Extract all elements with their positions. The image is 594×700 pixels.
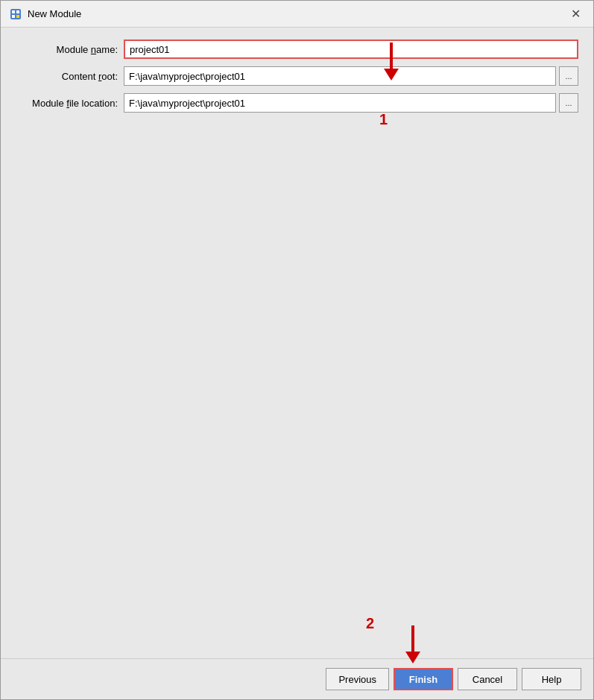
module-name-input[interactable]: [124, 40, 578, 59]
module-icon: [10, 8, 22, 20]
svg-rect-2: [16, 10, 19, 13]
dialog-content: Module name: Content root: ... Module fi…: [1, 28, 593, 658]
module-name-row: Module name:: [16, 40, 578, 59]
dialog-title: New Module: [28, 8, 81, 19]
content-root-input[interactable]: [124, 66, 556, 86]
svg-rect-4: [16, 15, 19, 18]
finish-button[interactable]: Finish: [394, 668, 453, 690]
previous-button[interactable]: Previous: [326, 668, 389, 690]
module-file-location-label: Module file location:: [16, 98, 124, 109]
module-file-location-browse-button[interactable]: ...: [559, 93, 578, 113]
svg-rect-3: [12, 15, 15, 18]
title-bar-left: New Module: [10, 8, 81, 20]
new-module-dialog: New Module ✕ Module name: Content root: …: [0, 0, 594, 700]
close-button[interactable]: ✕: [566, 5, 584, 23]
content-root-browse-button[interactable]: ...: [559, 66, 578, 86]
content-spacer: [16, 120, 578, 646]
cancel-button[interactable]: Cancel: [458, 668, 517, 690]
content-root-label: Content root:: [16, 71, 124, 82]
module-file-location-row: Module file location: ...: [16, 93, 578, 113]
module-file-location-field-wrapper: ...: [124, 93, 578, 113]
module-file-location-input[interactable]: [124, 93, 556, 113]
content-root-row: Content root: ...: [16, 66, 578, 86]
content-root-field-wrapper: ...: [124, 66, 578, 86]
title-bar: New Module ✕: [1, 1, 593, 28]
help-button[interactable]: Help: [522, 668, 581, 690]
dialog-footer: Previous Finish Cancel Help: [1, 658, 593, 699]
module-name-label: Module name:: [16, 44, 124, 55]
svg-rect-1: [12, 10, 15, 13]
module-name-field-wrapper: [124, 40, 578, 59]
